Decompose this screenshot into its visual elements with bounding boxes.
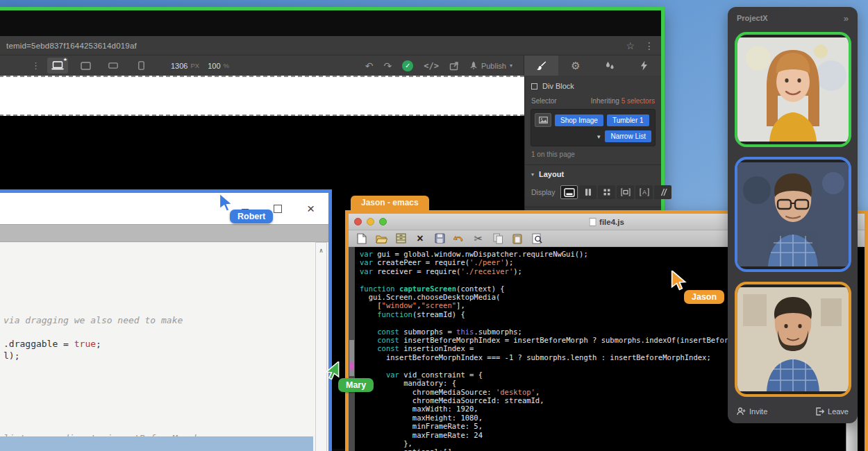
selector-field[interactable]: Shop Image Tumbler 1 ▾ Narrow List bbox=[531, 109, 656, 146]
maximize-button[interactable] bbox=[274, 205, 282, 213]
display-inline-block-button[interactable] bbox=[617, 185, 634, 199]
copy-icon[interactable] bbox=[492, 232, 504, 245]
open-folder-icon[interactable] bbox=[375, 232, 387, 245]
close-traffic-light[interactable] bbox=[354, 218, 362, 226]
video-tile-robert[interactable] bbox=[735, 157, 851, 272]
robert-window: – × via dragging we also need to make .d… bbox=[0, 189, 332, 451]
code-line bbox=[3, 373, 328, 385]
code-line bbox=[3, 291, 328, 303]
kebab-menu-icon[interactable]: ⋮ bbox=[644, 40, 654, 51]
emacs-text-cursor bbox=[349, 362, 354, 371]
paste-icon[interactable] bbox=[511, 232, 524, 245]
code-line bbox=[3, 267, 328, 279]
code-line bbox=[3, 244, 328, 255]
tablet-breakpoint-button[interactable] bbox=[75, 58, 96, 74]
display-none-icon bbox=[658, 188, 667, 196]
code-line bbox=[3, 397, 328, 409]
selector-tag[interactable]: Narrow List bbox=[605, 130, 651, 142]
mobile-landscape-button[interactable] bbox=[103, 58, 124, 74]
leave-button[interactable]: Leave bbox=[815, 407, 849, 416]
display-inline-button[interactable]: A bbox=[635, 185, 653, 199]
div-block-icon bbox=[531, 83, 537, 90]
code-line: .draggable = true; bbox=[3, 338, 328, 350]
invite-button[interactable]: Invite bbox=[737, 407, 767, 416]
emacs-share-tab[interactable]: Jason - emacs bbox=[351, 196, 429, 210]
tab-interactions[interactable] bbox=[593, 56, 627, 76]
jason-cursor-icon bbox=[670, 271, 688, 291]
selector-tag[interactable]: Tumbler 1 bbox=[607, 114, 649, 126]
invite-person-icon bbox=[737, 407, 746, 416]
file-title: file4.js bbox=[589, 218, 624, 226]
man-beard-avatar bbox=[737, 284, 849, 394]
close-button[interactable]: × bbox=[307, 201, 315, 216]
selector-caret-icon[interactable]: ▾ bbox=[597, 133, 602, 140]
robert-cursor-label: Robert bbox=[230, 210, 273, 223]
woman-blonde-avatar bbox=[737, 35, 849, 144]
tab-settings[interactable]: ⚙ bbox=[558, 56, 592, 76]
canvas-zoom-value[interactable]: 100 bbox=[208, 62, 220, 70]
robert-editor[interactable]: via dragging we also need to make .dragg… bbox=[0, 242, 328, 451]
display-block-icon bbox=[564, 188, 575, 197]
mobile-portrait-button[interactable] bbox=[131, 58, 151, 74]
leave-exit-icon bbox=[815, 407, 824, 416]
scroll-up-icon[interactable]: ∧ bbox=[319, 243, 323, 451]
tab-style[interactable] bbox=[524, 56, 558, 76]
new-file-icon[interactable] bbox=[356, 232, 368, 245]
toolbar-kebab-icon[interactable]: ⋮ bbox=[31, 61, 40, 70]
display-flex-icon bbox=[584, 188, 592, 196]
tab-actions[interactable] bbox=[627, 56, 661, 76]
canvas-width-value[interactable]: 1306 bbox=[171, 62, 187, 70]
jason-cursor-label: Jason bbox=[684, 290, 724, 304]
minimize-traffic-light[interactable] bbox=[367, 218, 374, 226]
redo-button[interactable]: ↷ bbox=[383, 60, 392, 71]
url-field[interactable]: temid=5ebd837f1644253614d019af bbox=[6, 42, 616, 50]
inherited-selectors-link[interactable]: 5 selectors bbox=[621, 97, 655, 105]
layout-section-header[interactable]: ▾ Layout bbox=[525, 164, 661, 183]
display-flex-button[interactable] bbox=[579, 185, 596, 199]
selected-element-canvas[interactable] bbox=[0, 76, 524, 116]
display-none-button[interactable] bbox=[654, 185, 671, 199]
designer-toolbar: ⋮ ★ 1306 PX 100 % ↶ ↷ ✓ bbox=[0, 56, 661, 76]
save-disk-icon[interactable] bbox=[433, 232, 446, 245]
mary-cursor-label: Mary bbox=[338, 378, 374, 392]
video-tile-mary[interactable] bbox=[735, 32, 851, 147]
robert-window-titlebar: – × bbox=[0, 193, 328, 224]
code-line bbox=[3, 255, 328, 267]
code-line bbox=[3, 279, 328, 291]
selector-tag[interactable]: Shop Image bbox=[555, 114, 603, 126]
mary-cursor-icon bbox=[324, 361, 340, 380]
undo-icon[interactable] bbox=[453, 232, 465, 245]
close-file-icon[interactable]: × bbox=[414, 232, 426, 245]
cut-scissors-icon[interactable]: ✂ bbox=[472, 232, 485, 245]
code-line: l); bbox=[3, 350, 328, 361]
undo-button[interactable]: ↶ bbox=[365, 60, 374, 71]
vertical-scrollbar[interactable]: ∧ bbox=[315, 242, 327, 451]
interactions-drops-icon bbox=[605, 61, 615, 70]
designer-titlebar bbox=[0, 10, 661, 36]
save-cabinet-icon[interactable] bbox=[394, 232, 407, 245]
section-caret-icon: ▾ bbox=[531, 171, 534, 178]
selected-element-label: Div Block bbox=[542, 82, 574, 90]
code-line bbox=[3, 420, 328, 432]
selector-label: Selector bbox=[531, 97, 557, 105]
display-grid-icon bbox=[603, 188, 611, 196]
fringe-scroll-thumb[interactable] bbox=[349, 340, 354, 376]
code-line bbox=[3, 409, 328, 420]
zoom-traffic-light[interactable] bbox=[379, 218, 387, 226]
export-code-button[interactable]: </> bbox=[424, 61, 439, 71]
inheriting-info: Inheriting 5 selectors bbox=[591, 97, 655, 105]
element-type-image-icon[interactable] bbox=[535, 113, 551, 127]
video-tile-jason[interactable] bbox=[735, 282, 851, 397]
display-block-button[interactable] bbox=[560, 185, 578, 199]
display-grid-button[interactable] bbox=[598, 185, 615, 199]
collapse-sidebar-icon[interactable]: » bbox=[844, 13, 849, 24]
desktop-breakpoint-button[interactable]: ★ bbox=[47, 58, 68, 74]
actions-bolt-icon bbox=[640, 60, 648, 71]
display-label: Display bbox=[531, 188, 555, 196]
search-icon[interactable] bbox=[531, 232, 543, 245]
star-icon[interactable]: ☆ bbox=[626, 40, 635, 51]
share-button[interactable] bbox=[449, 61, 459, 71]
publish-button[interactable]: Publish ▾ bbox=[469, 61, 512, 70]
rocket-icon bbox=[469, 61, 478, 70]
display-inline-icon: A bbox=[640, 188, 649, 196]
